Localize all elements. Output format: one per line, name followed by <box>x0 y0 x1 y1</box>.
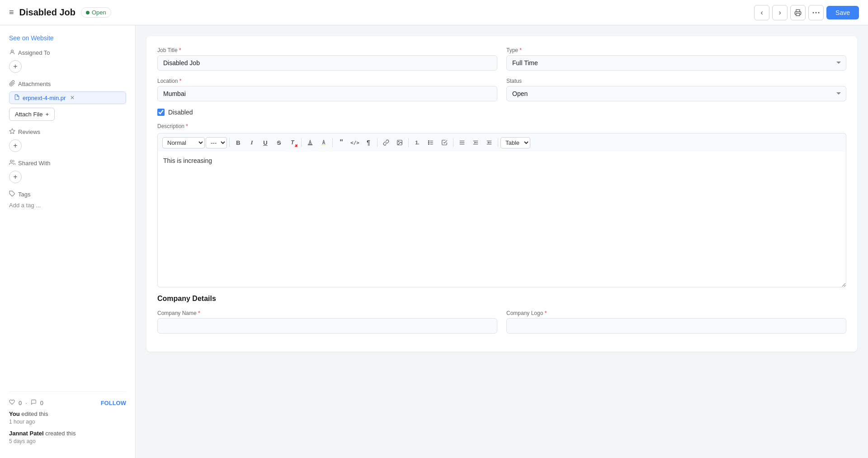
company-row: Company Name * Company Logo * <box>157 310 846 334</box>
code-button[interactable]: </> <box>349 136 361 149</box>
reviews-section: Reviews + <box>9 128 126 152</box>
job-form-card: Job Title * Type * Full Time Part Time C… <box>146 36 857 352</box>
count-separator: · <box>25 400 27 406</box>
strikethrough-button[interactable]: S <box>273 136 285 149</box>
bold-button[interactable]: B <box>232 136 245 149</box>
paragraph-button[interactable]: ¶ <box>362 136 375 149</box>
align-button[interactable] <box>456 136 468 149</box>
content-area: Job Title * Type * Full Time Part Time C… <box>136 25 868 458</box>
ordered-list-button[interactable]: 1. <box>411 136 424 149</box>
shared-with-label: Shared With <box>18 160 51 167</box>
print-button[interactable] <box>790 5 806 20</box>
svg-point-6 <box>10 160 13 162</box>
sidebar-footer: 0 · 0 FOLLOW You edited this 1 hour ago … <box>9 391 126 449</box>
format-select[interactable]: Normal Heading 1 Heading 2 Heading 3 <box>162 137 205 148</box>
follow-button[interactable]: FOLLOW <box>101 400 126 406</box>
company-logo-input[interactable] <box>506 318 846 334</box>
main-layout: See on Website Assigned To + Attac <box>0 25 868 458</box>
tags-title: Tags <box>9 191 126 198</box>
status-select[interactable]: Open Closed <box>506 86 846 101</box>
attachment-filename[interactable]: erpnext-4-min.pr <box>23 95 66 101</box>
paperclip-icon <box>9 80 15 88</box>
attachments-label: Attachments <box>18 81 51 87</box>
description-editor[interactable]: This is increasing <box>157 152 846 287</box>
attachments-section: Attachments erpnext-4-min.pr ✕ Attach Fi… <box>9 80 126 121</box>
toolbar-divider-2 <box>301 138 302 147</box>
disabled-row: Disabled <box>157 109 846 116</box>
assigned-to-label: Assigned To <box>18 49 50 56</box>
toolbar-divider-7 <box>498 138 498 147</box>
highlight-button[interactable] <box>317 136 330 149</box>
location-input[interactable] <box>157 86 497 101</box>
checklist-button[interactable] <box>438 136 451 149</box>
status-label: Open <box>92 9 106 16</box>
activity-user-0: You <box>9 410 20 417</box>
share-icon <box>9 159 15 167</box>
hamburger-icon[interactable]: ≡ <box>9 8 14 17</box>
job-title-input[interactable] <box>157 55 497 71</box>
add-shared-button[interactable]: + <box>9 171 22 183</box>
top-bar-right: ‹ › Save <box>754 5 859 20</box>
unordered-list-button[interactable] <box>425 136 437 149</box>
next-button[interactable]: › <box>772 5 788 20</box>
type-select[interactable]: Full Time Part Time Contract Internship <box>506 55 846 71</box>
status-dot <box>86 11 90 14</box>
tags-section: Tags Add a tag ... <box>9 191 126 209</box>
disabled-label[interactable]: Disabled <box>168 109 193 116</box>
toolbar-divider-6 <box>453 138 453 147</box>
underline-button[interactable]: U <box>259 136 272 149</box>
spacing-select[interactable]: --- <box>206 137 227 148</box>
blockquote-button[interactable]: " <box>335 136 348 149</box>
status-group: Status Open Closed <box>506 78 846 101</box>
status-field-label: Status <box>506 78 846 84</box>
activity-item-1: Jannat Patel created this 5 days ago <box>9 429 126 445</box>
status-badge[interactable]: Open <box>81 7 111 18</box>
indent-button[interactable] <box>469 136 482 149</box>
image-button[interactable] <box>393 136 406 149</box>
required-star-desc: * <box>184 123 188 129</box>
attachment-remove-button[interactable]: ✕ <box>70 95 75 101</box>
save-button[interactable]: Save <box>826 6 859 19</box>
activity-time-1: 5 days ago <box>9 438 126 445</box>
add-tag-input[interactable]: Add a tag ... <box>9 202 126 209</box>
shared-with-section: Shared With + <box>9 159 126 183</box>
likes-count: 0 <box>19 400 22 406</box>
add-assigned-button[interactable]: + <box>9 60 22 73</box>
location-group: Location * <box>157 78 497 101</box>
disabled-checkbox[interactable] <box>157 109 165 116</box>
outdent-button[interactable] <box>483 136 495 149</box>
company-name-input[interactable] <box>157 318 497 334</box>
company-name-group: Company Name * <box>157 310 497 334</box>
attachments-title: Attachments <box>9 80 126 88</box>
shared-with-title: Shared With <box>9 159 126 167</box>
form-row-2: Location * Status Open Closed <box>157 78 846 101</box>
attach-file-button[interactable]: Attach File + <box>9 108 55 121</box>
prev-button[interactable]: ‹ <box>754 5 769 20</box>
required-star-location: * <box>178 78 181 84</box>
clear-format-button[interactable]: xT <box>286 136 299 149</box>
activity-item-0: You edited this 1 hour ago <box>9 410 126 426</box>
link-button[interactable] <box>380 136 392 149</box>
required-star-company: * <box>197 310 200 316</box>
star-icon <box>9 128 15 136</box>
reviews-title: Reviews <box>9 128 126 136</box>
assigned-to-section: Assigned To + <box>9 49 126 73</box>
activity-time-0: 1 hour ago <box>9 418 126 426</box>
type-label: Type * <box>506 47 846 53</box>
required-star: * <box>178 47 181 53</box>
svg-point-1 <box>813 12 814 13</box>
required-star-type: * <box>518 47 522 53</box>
font-color-button[interactable] <box>304 136 316 149</box>
add-review-button[interactable]: + <box>9 139 22 152</box>
table-select[interactable]: Table <box>500 137 530 148</box>
italic-button[interactable]: I <box>245 136 258 149</box>
editor-toolbar: Normal Heading 1 Heading 2 Heading 3 ---… <box>157 133 846 152</box>
file-icon <box>14 94 20 101</box>
attach-plus-icon: + <box>45 111 49 118</box>
see-on-website-link[interactable]: See on Website <box>9 34 126 42</box>
more-button[interactable] <box>808 5 824 20</box>
toolbar-divider-4 <box>377 138 377 147</box>
svg-point-2 <box>816 12 817 13</box>
activity-action-1: created this <box>45 430 75 437</box>
type-group: Type * Full Time Part Time Contract Inte… <box>506 47 846 71</box>
